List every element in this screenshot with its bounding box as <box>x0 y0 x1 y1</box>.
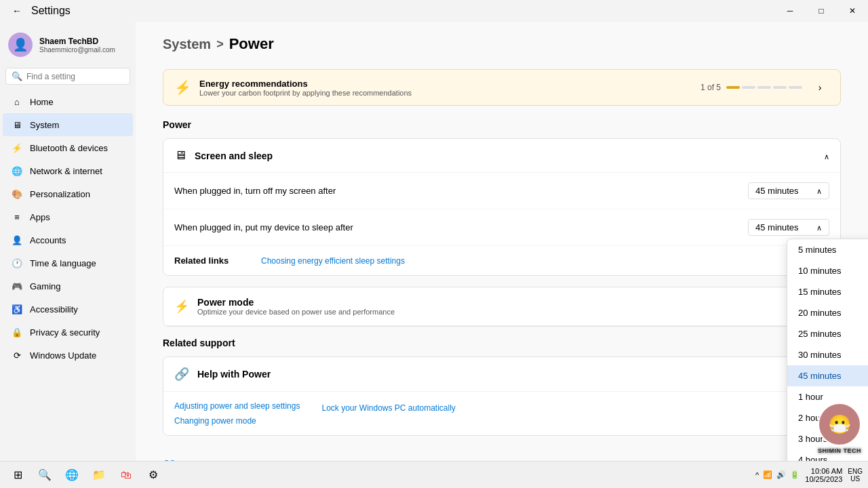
minimize-button[interactable]: ─ <box>774 0 806 22</box>
dropdown-item[interactable]: 30 minutes <box>787 344 868 365</box>
sidebar-item-bluetooth[interactable]: ⚡ Bluetooth & devices <box>3 136 133 159</box>
sidebar-item-privacy[interactable]: 🔒 Privacy & security <box>3 321 133 344</box>
power-section-header: Power <box>163 119 841 130</box>
sidebar-item-label: Privacy & security <box>30 327 100 338</box>
change-power-mode-link[interactable]: Changing power mode <box>174 416 300 426</box>
screen-sleep-icon: 🖥 <box>174 148 186 163</box>
network-icon: 🌐 <box>11 165 23 177</box>
power-mode-text: Power mode Optimize your device based on… <box>197 297 395 316</box>
energy-banner[interactable]: ⚡ Energy recommendations Lower your carb… <box>163 69 841 106</box>
apps-icon: ≡ <box>11 211 23 223</box>
dropdown-item[interactable]: 25 minutes <box>787 323 868 344</box>
sidebar-item-apps[interactable]: ≡ Apps <box>3 205 133 228</box>
related-links-grid: Adjusting power and sleep settings Chang… <box>163 392 840 435</box>
taskbar-search-button[interactable]: 🔍 <box>33 463 57 487</box>
dropdown-item[interactable]: 10 minutes <box>787 260 868 281</box>
sidebar-item-label: Accounts <box>30 235 66 245</box>
screen-off-label: When plugged in, turn off my screen afte… <box>174 186 740 196</box>
dropdown-item[interactable]: 45 minutes <box>787 365 868 386</box>
lock-pc-link[interactable]: Lock your Windows PC automatically <box>321 403 455 413</box>
screen-sleep-toggle[interactable] <box>824 150 829 161</box>
maximize-button[interactable]: □ <box>806 0 837 22</box>
bottom-links: 👥 Get help 💬 Give feedback <box>163 452 841 461</box>
search-input[interactable] <box>26 72 128 81</box>
screen-sleep-header: 🖥 Screen and sleep <box>163 139 840 173</box>
nav-list: ⌂ Home 🖥 System ⚡ Bluetooth & devices 🌐 … <box>0 90 136 367</box>
sidebar-item-gaming[interactable]: 🎮 Gaming <box>3 274 133 298</box>
main-container: 👤 Shaem TechBD Shaemmicro@gmail.com 🔍 ⌂ … <box>0 22 868 461</box>
energy-next-button[interactable]: › <box>810 78 829 97</box>
sidebar-item-label: Windows Update <box>30 350 96 361</box>
watermark-channel: SHIMIN TECH <box>818 447 861 454</box>
network-icon: 📶 <box>763 470 772 479</box>
taskbar: ⊞ 🔍 🌐 📁 🛍 ⚙ ^ 📶 🔊 🔋 10:06 AM 10/25/2023 … <box>0 461 868 488</box>
taskbar-explorer-button[interactable]: 📁 <box>87 463 111 487</box>
dropdown-item[interactable]: 15 minutes <box>787 281 868 302</box>
taskbar-chevron-icon[interactable]: ^ <box>755 471 759 479</box>
taskbar-right: ^ 📶 🔊 🔋 10:06 AM 10/25/2023 ENGUS <box>755 467 863 483</box>
power-mode-title: Power mode <box>197 297 395 308</box>
sidebar-item-time[interactable]: 🕐 Time & language <box>3 251 133 274</box>
screen-off-row: When plugged in, turn off my screen afte… <box>163 173 840 209</box>
dot-3 <box>757 86 771 89</box>
get-help-link[interactable]: 👥 Get help <box>163 452 841 461</box>
system-icon: 🖥 <box>11 119 23 131</box>
clock-time: 10:06 AM <box>805 467 842 475</box>
screen-sleep-title: Screen and sleep <box>195 150 273 161</box>
related-support-header: Related support <box>163 338 841 348</box>
energy-counter: 1 of 5 <box>701 83 802 92</box>
taskbar-store-button[interactable]: 🛍 <box>114 463 138 487</box>
search-box[interactable]: 🔍 <box>5 68 130 85</box>
breadcrumb: System > Power <box>163 35 841 53</box>
screen-off-dropdown[interactable]: 45 minutes <box>748 182 829 199</box>
avatar: 👤 <box>8 33 33 57</box>
energy-subtitle: Lower your carbon footprint by applying … <box>199 89 692 97</box>
taskbar-settings-button[interactable]: ⚙ <box>141 463 165 487</box>
power-mode-card: ⚡ Power mode Optimize your device based … <box>163 287 841 327</box>
related-support-card: 🔗 Help with Power Adjusting power and sl… <box>163 357 841 436</box>
volume-icon: 🔊 <box>776 470 786 479</box>
sidebar-item-network[interactable]: 🌐 Network & internet <box>3 159 133 182</box>
help-power-icon: 🔗 <box>174 367 189 382</box>
dot-2 <box>742 86 755 89</box>
taskbar-clock: 10:06 AM 10/25/2023 <box>805 467 842 483</box>
energy-sleep-link[interactable]: Choosing energy efficient sleep settings <box>261 256 405 266</box>
sidebar-item-label: Apps <box>30 212 50 222</box>
content-area: System > Power ⚡ Energy recommendations … <box>136 22 868 461</box>
sidebar-item-system[interactable]: 🖥 System <box>3 113 133 136</box>
back-button[interactable]: ← <box>8 3 26 19</box>
battery-icon: 🔋 <box>790 470 800 479</box>
breadcrumb-parent[interactable]: System <box>163 37 211 52</box>
taskbar-edge-button[interactable]: 🌐 <box>60 463 84 487</box>
dropdown-item[interactable]: 20 minutes <box>787 302 868 323</box>
dot-4 <box>773 86 787 89</box>
titlebar-title: Settings <box>31 5 71 17</box>
sidebar-item-label: Personalization <box>30 189 90 199</box>
sleep-label: When plugged in, put my device to sleep … <box>174 222 740 232</box>
sidebar-item-label: System <box>30 120 59 130</box>
sidebar-item-personalization[interactable]: 🎨 Personalization <box>3 182 133 205</box>
energy-title: Energy recommendations <box>199 79 692 89</box>
start-button[interactable]: ⊞ <box>5 463 30 487</box>
breadcrumb-separator: > <box>216 37 224 52</box>
power-mode-icon: ⚡ <box>174 299 189 314</box>
sidebar-item-windows_update[interactable]: ⟳ Windows Update <box>3 344 133 367</box>
sidebar-item-accessibility[interactable]: ♿ Accessibility <box>3 298 133 321</box>
user-profile[interactable]: 👤 Shaem TechBD Shaemmicro@gmail.com <box>0 27 136 68</box>
dropdown-item[interactable]: 5 minutes <box>787 239 868 260</box>
sidebar-item-home[interactable]: ⌂ Home <box>3 90 133 113</box>
related-links-row: Related links Choosing energy efficient … <box>163 246 840 275</box>
sidebar: 👤 Shaem TechBD Shaemmicro@gmail.com 🔍 ⌂ … <box>0 22 136 461</box>
help-power-header: 🔗 Help with Power <box>163 357 840 392</box>
breadcrumb-current: Power <box>229 35 274 53</box>
sleep-dropdown[interactable]: 45 minutes <box>748 219 829 236</box>
titlebar-left: ← Settings <box>8 3 71 19</box>
energy-text: Energy recommendations Lower your carbon… <box>199 79 692 97</box>
sidebar-item-label: Network & internet <box>30 166 102 176</box>
adjust-power-link[interactable]: Adjusting power and sleep settings <box>174 401 300 411</box>
dot-5 <box>789 86 802 89</box>
privacy-icon: 🔒 <box>11 326 23 338</box>
chevron-down-icon <box>816 186 822 196</box>
close-button[interactable]: ✕ <box>837 0 868 22</box>
sidebar-item-accounts[interactable]: 👤 Accounts <box>3 228 133 251</box>
